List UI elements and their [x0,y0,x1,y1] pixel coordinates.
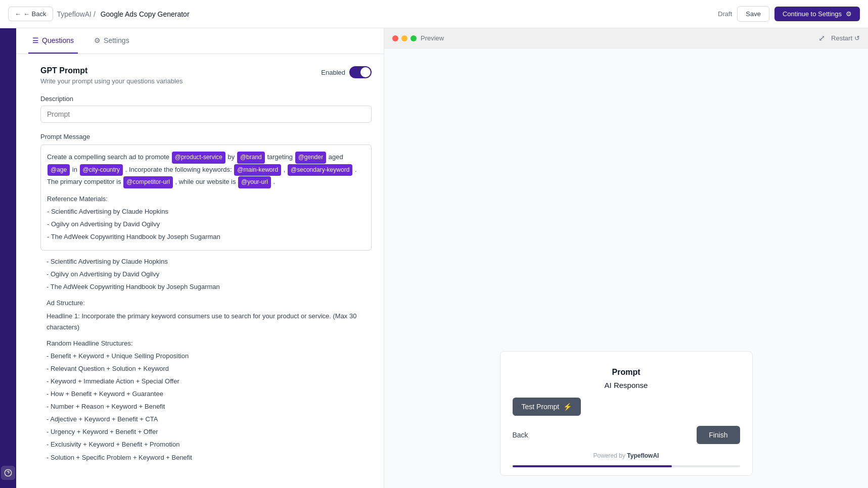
dot-green [410,35,417,41]
reference-header: Reference Materials: [47,193,365,205]
enabled-toggle-group: Enabled [321,66,372,78]
preview-bar: Preview ⤢ Restart ↺ [384,28,868,48]
continue-to-settings-button[interactable]: Continue to Settings ⚙ [774,7,860,21]
traffic-lights [392,35,417,41]
hs-3: - Keyword + Immediate Action + Special O… [47,376,366,387]
tab-settings[interactable]: ⚙ Settings [90,28,133,54]
preview-content-area: Prompt AI Response Test Prompt ⚡ Back Fi… [384,48,868,488]
enabled-label: Enabled [321,69,345,76]
description-section: Description [40,95,372,123]
comma-text: , [284,166,287,173]
hs-4: - How + Benefit + Keyword + Guarantee [47,388,366,400]
prompt-box[interactable]: Create a compelling search ad to promote… [40,144,372,251]
prompt-extra-content: - Scientific Advertising by Claude Hopki… [40,251,372,469]
website-text: , while our website is [175,178,238,185]
restart-button[interactable]: Restart ↺ [831,34,860,42]
topbar-right: Draft Save Continue to Settings ⚙ [718,6,860,22]
tag-gender: @gender [295,152,327,164]
gpt-prompt-title-group: GPT Prompt Write your prompt using your … [40,66,183,85]
hs-9: - Solution + Specific Problem + Keyword … [47,452,366,463]
aged-text: aged [329,153,343,161]
breadcrumb: TypeflowAI / Google Ads Copy Generator [57,10,190,18]
targeting-text: targeting [267,153,293,161]
prompt-plain-text: Reference Materials: - Scientific Advert… [47,193,365,242]
enabled-toggle-switch[interactable] [349,66,372,78]
back-arrow-icon: ← [15,10,21,18]
progress-bar-fill [513,465,672,467]
tag-product-service: @product-service [172,152,225,164]
questions-tab-icon: ☰ [32,36,39,44]
tag-age: @age [48,164,70,176]
headline-instruction: Headline 1: Incorporate the primary keyw… [47,311,366,333]
ref-3: - The AdWeek Copywriting Handbook by Jos… [47,231,365,242]
draft-status: Draft [718,10,732,18]
questions-tab-label: Questions [42,36,74,44]
back-button[interactable]: ← ← Back [8,7,53,21]
ref-3-text: - The AdWeek Copywriting Handbook by Jos… [47,281,366,292]
prompt-message-label: Prompt Message [40,133,372,140]
dot-yellow [401,35,407,41]
hs-6: - Adjective + Keyword + Benefit + CTA [47,414,366,425]
prompt-message-section: Prompt Message Create a compelling searc… [40,133,372,251]
random-headline-header: Random Headline Structures: [47,338,366,349]
breadcrumb-brand: TypeflowAI / [57,10,96,18]
ref-1: - Scientific Advertising by Claude Hopki… [47,206,365,217]
tab-questions[interactable]: ☰ Questions [28,28,78,54]
dot-red [392,35,398,41]
gear-icon: ⚙ [846,10,852,18]
left-sidebar-strip [0,28,16,488]
preview-label: Preview [421,34,444,42]
preview-bottom-row: Back Finish [513,426,740,444]
preview-actions: ⤢ Restart ↺ [818,33,860,43]
hs-1: - Benefit + Keyword + Unique Selling Pro… [47,351,366,362]
tag-your-url: @your-url [238,176,271,188]
hs-5: - Number + Reason + Keyword + Benefit [47,401,366,412]
tabs-bar: ☰ Questions ⚙ Settings [16,28,384,54]
continue-label: Continue to Settings [783,10,842,18]
hs-7: - Urgency + Keyword + Benefit + Offer [47,426,366,437]
ref-1-text: - Scientific Advertising by Claude Hopki… [47,256,366,267]
ref-2-text: - Ogilvy on Advertising by David Ogilvy [47,269,366,280]
finish-button[interactable]: Finish [697,426,740,444]
preview-ai-response-label: AI Response [513,381,740,389]
hs-8: - Exclusivity + Keyword + Benefit + Prom… [47,439,366,450]
save-button[interactable]: Save [737,6,769,22]
hs-2: - Relevant Question + Solution + Keyword [47,363,366,374]
test-prompt-button[interactable]: Test Prompt ⚡ [513,398,581,416]
tag-main-keyword: @main-keword [234,164,281,176]
back-label: ← Back [23,10,47,18]
lightning-icon: ⚡ [563,403,572,411]
toggle-knob [360,67,371,77]
ai-icon [1,466,15,480]
tag-secondary-keyword: @secondary-keyword [288,164,352,176]
preview-back-button[interactable]: Back [513,431,528,439]
topbar-left: ← ← Back TypeflowAI / Google Ads Copy Ge… [8,7,190,21]
tag-city-country: @city-country [80,164,123,176]
test-prompt-label: Test Prompt [522,403,560,411]
gpt-prompt-subtitle: Write your prompt using your questions v… [40,77,183,85]
restart-label: Restart [831,34,852,42]
main-layout: ☰ Questions ⚙ Settings GPT Prompt Write … [0,28,868,488]
right-preview-panel: Preview ⤢ Restart ↺ Prompt AI Response T… [384,28,868,488]
period-text: . [273,178,276,185]
gpt-prompt-header: GPT Prompt Write your prompt using your … [40,66,372,85]
center-panel: ☰ Questions ⚙ Settings GPT Prompt Write … [16,28,384,488]
expand-button[interactable]: ⤢ [818,33,825,43]
progress-bar [513,465,740,467]
breadcrumb-page: Google Ads Copy Generator [101,10,190,18]
description-input[interactable] [40,106,372,123]
by-text: by [228,153,235,161]
ad-structure-header: Ad Structure: [47,298,366,309]
ref-2: - Ogilvy on Advertising by David Ogilvy [47,219,365,230]
preview-inner-card: Prompt AI Response Test Prompt ⚡ Back Fi… [500,351,753,476]
settings-tab-icon: ⚙ [94,36,101,44]
tag-brand: @brand [237,152,265,164]
tag-competitor-url: @competitor-url [123,176,173,188]
powered-by: Powered by TypeflowAI [513,452,740,459]
powered-by-prefix: Powered by [593,452,627,459]
prompt-text-line1: Create a compelling search ad to promote… [47,151,365,188]
gpt-prompt-title: GPT Prompt [40,66,183,75]
preview-bar-left: Preview [392,34,444,42]
description-label: Description [40,95,372,103]
settings-tab-label: Settings [104,36,129,44]
